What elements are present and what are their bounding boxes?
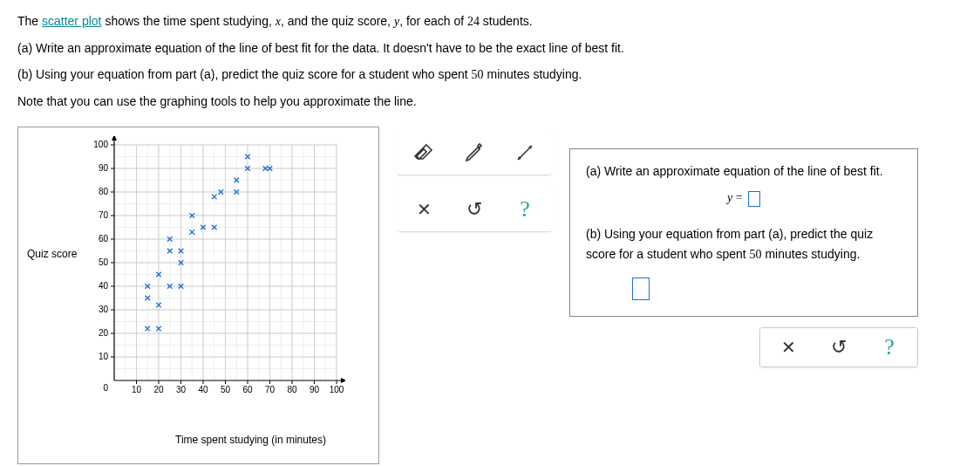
close-icon: ✕ (781, 337, 796, 358)
svg-text:0: 0 (104, 383, 109, 393)
help-answer-button[interactable]: ? (875, 335, 903, 360)
minutes: 50 (472, 68, 484, 81)
part-b-text: (b) Using your equation from part (a), p… (17, 62, 963, 87)
undo-button[interactable]: ↺ (459, 195, 489, 224)
line-tool[interactable] (510, 138, 540, 168)
action-toolbar: ✕ ↺ ? (759, 327, 918, 367)
answer-section-a: (a) Write an approximate equation of the… (586, 161, 902, 209)
svg-text:80: 80 (99, 187, 109, 196)
eraser-icon (413, 142, 434, 163)
svg-text:60: 60 (99, 234, 109, 243)
svg-text:10: 10 (99, 352, 109, 361)
help-icon: ? (884, 334, 895, 360)
chart-panel: Quiz score 10203040506070809010010203040… (17, 127, 379, 464)
svg-text:50: 50 (99, 257, 109, 267)
svg-text:50: 50 (221, 385, 231, 394)
minutes: 50 (750, 248, 762, 261)
answer-b-input-line (586, 278, 902, 300)
line-icon (514, 142, 535, 163)
edit-toolbar: ✕ ↺ ? (397, 188, 552, 232)
y-axis-label: Quiz score (27, 248, 77, 260)
part-a-text: (a) Write an approximate equation of the… (17, 36, 963, 60)
eraser-tool[interactable] (409, 138, 439, 168)
svg-text:70: 70 (99, 210, 109, 220)
svg-text:100: 100 (94, 140, 109, 149)
undo-answer-button[interactable]: ↺ (825, 335, 853, 360)
svg-text:100: 100 (330, 385, 344, 394)
answer-section-b: (b) Using your equation from part (a), p… (586, 224, 902, 301)
svg-text:80: 80 (288, 385, 298, 394)
pencil-tool[interactable] (459, 138, 489, 168)
pencil-icon (464, 142, 485, 163)
svg-text:70: 70 (265, 385, 276, 394)
svg-text:60: 60 (243, 385, 254, 394)
answer-a-label: (a) Write an approximate equation of the… (586, 161, 902, 182)
problem-statement: The scatter plot shows the time spent st… (17, 9, 963, 113)
x-axis-label: Time spent studying (in minutes) (132, 434, 370, 446)
text: minutes studying. (484, 67, 582, 81)
answer-a-input-line: y = (586, 188, 902, 209)
equals: = (732, 191, 745, 204)
count: 24 (467, 15, 480, 28)
text: The (17, 14, 42, 28)
text: minutes studying. (762, 247, 861, 261)
answer-a-input[interactable] (748, 191, 760, 207)
scatter-plot-link[interactable]: scatter plot (42, 14, 101, 28)
text: shows the time spent studying, (102, 14, 276, 28)
svg-text:10: 10 (132, 385, 142, 394)
note-text: Note that you can use the graphing tools… (17, 89, 963, 113)
text: (b) Using your equation from part (a), p… (17, 67, 472, 81)
svg-text:30: 30 (99, 305, 109, 314)
svg-marker-63 (112, 136, 117, 140)
text: , and the quiz score, (281, 14, 394, 28)
answer-b-input[interactable] (632, 278, 650, 300)
answer-b-label: (b) Using your equation from part (a), p… (586, 224, 902, 266)
svg-text:20: 20 (99, 328, 109, 338)
help-button[interactable]: ? (510, 195, 540, 224)
undo-icon: ↺ (466, 198, 482, 221)
intro-line: The scatter plot shows the time spent st… (17, 9, 963, 34)
svg-text:40: 40 (99, 281, 109, 291)
clear-answer-button[interactable]: ✕ (774, 335, 802, 360)
undo-icon: ↺ (831, 336, 847, 359)
text: students. (480, 14, 533, 28)
svg-text:40: 40 (199, 385, 209, 394)
text: , for each of (399, 14, 467, 28)
svg-text:90: 90 (99, 163, 109, 173)
close-icon: ✕ (417, 199, 432, 220)
help-icon: ? (520, 196, 530, 223)
svg-text:30: 30 (176, 385, 187, 394)
drawing-toolbar (397, 131, 552, 175)
svg-marker-62 (341, 378, 345, 383)
clear-button[interactable]: ✕ (409, 195, 439, 224)
answer-panel: (a) Write an approximate equation of the… (569, 148, 918, 317)
svg-text:20: 20 (154, 385, 165, 394)
scatter-plot[interactable]: 1020304050607080901001020304050607080901… (84, 136, 345, 409)
svg-text:90: 90 (310, 385, 320, 394)
